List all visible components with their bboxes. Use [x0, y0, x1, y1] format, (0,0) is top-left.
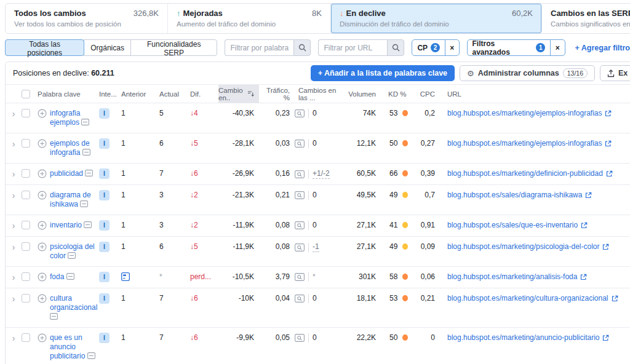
add-to-list-icon[interactable] [38, 191, 47, 200]
serp-preview-icon[interactable] [295, 170, 305, 178]
serp-changes-value[interactable]: 0 [313, 294, 317, 303]
keyword-link[interactable]: cultura organizacional [50, 294, 97, 312]
row-checkbox[interactable] [22, 294, 30, 303]
expand-chevron-icon[interactable]: › [12, 221, 15, 230]
segment-organicas[interactable]: Orgánicas [84, 39, 131, 56]
result-url-link[interactable]: blog.hubspot.es/marketing/analisis-foda [447, 272, 587, 282]
serp-snapshot-icon[interactable] [50, 313, 58, 320]
tab-en-declive[interactable]: En declive 60,2K Disminución del tráfico… [331, 4, 542, 33]
result-url-link[interactable]: blog.hubspot.es/marketing/ejemplos-infog… [447, 139, 612, 148]
keyword-link[interactable]: publicidad [50, 169, 83, 178]
serp-preview-icon[interactable] [295, 273, 305, 281]
filter-chip-close-icon[interactable]: × [445, 40, 458, 55]
segment-todas-las-posiciones[interactable]: Todas las posiciones [5, 39, 84, 56]
serp-snapshot-icon[interactable] [82, 149, 90, 156]
keyword-search-button[interactable] [293, 39, 311, 56]
header-cambio-sort[interactable]: Cambio en.. [218, 85, 259, 103]
intent-badge[interactable]: I [99, 168, 110, 179]
intent-badge[interactable]: I [99, 333, 110, 343]
expand-chevron-icon[interactable]: › [12, 295, 15, 303]
url-filter-input[interactable] [318, 39, 387, 56]
expand-chevron-icon[interactable]: › [12, 191, 15, 200]
serp-changes-value[interactable]: * [313, 272, 316, 282]
expand-chevron-icon[interactable]: › [12, 243, 15, 251]
keyword-filter-input[interactable] [225, 39, 293, 56]
serp-snapshot-icon[interactable] [87, 352, 95, 359]
filter-chip-avanzados-label[interactable]: Filtros avanzados 1 [468, 39, 551, 56]
serp-changes-value[interactable]: +1/-2 [313, 169, 330, 179]
intent-badge[interactable]: I [99, 108, 110, 119]
serp-snapshot-icon[interactable] [85, 170, 93, 176]
add-to-list-icon[interactable] [38, 169, 47, 178]
result-url-link[interactable]: blog.hubspot.es/marketing/psicologia-del… [447, 242, 609, 251]
serp-changes-value[interactable]: 0 [313, 139, 317, 148]
add-filter-link[interactable]: + Agregar filtro [575, 44, 630, 52]
keyword-link[interactable]: que es un anuncio publicitario [50, 333, 85, 360]
serp-preview-icon[interactable] [295, 243, 305, 251]
add-to-list-icon[interactable] [38, 109, 47, 118]
result-url-link[interactable]: blog.hubspot.es/marketing/ejemplos-infog… [447, 109, 612, 118]
filter-chip-close-icon[interactable]: × [550, 40, 564, 55]
add-to-list-icon[interactable] [38, 221, 47, 230]
export-button[interactable]: Ex [600, 65, 630, 81]
tab-cambios-en-las-serp[interactable]: Cambios en las SERP Cambios significativ… [542, 4, 630, 33]
search-icon [298, 44, 306, 52]
add-to-list-icon[interactable] [38, 294, 47, 303]
intent-badge[interactable]: I [99, 272, 110, 282]
result-url-link[interactable]: blog.hubspot.es/sales/diagrama-ishikawa [447, 191, 592, 200]
expand-chevron-icon[interactable]: › [12, 109, 15, 118]
serp-snapshot-icon[interactable] [68, 252, 76, 259]
intent-badge[interactable]: I [99, 220, 110, 231]
serp-preview-icon[interactable] [295, 295, 305, 303]
serp-changes-value[interactable]: 0 [313, 221, 317, 230]
serp-changes-value[interactable]: -1 [313, 242, 319, 252]
expand-chevron-icon[interactable]: › [12, 334, 15, 342]
keyword-link[interactable]: foda [50, 272, 64, 281]
tab-mejoradas[interactable]: Mejoradas 8K Aumento del tráfico del dom… [168, 4, 331, 33]
result-url-link[interactable]: blog.hubspot.es/marketing/anuncio-public… [447, 333, 609, 342]
select-all-checkbox[interactable] [22, 90, 30, 98]
serp-snapshot-icon[interactable] [84, 221, 92, 228]
result-url-link[interactable]: blog.hubspot.es/sales/que-es-inventario [447, 221, 588, 230]
serp-snapshot-icon[interactable] [81, 119, 89, 125]
row-checkbox[interactable] [22, 139, 30, 148]
expand-chevron-icon[interactable]: › [12, 273, 15, 282]
url-search-button[interactable] [387, 39, 404, 56]
intent-badge[interactable]: I [99, 138, 110, 149]
add-to-list-icon[interactable] [38, 242, 47, 251]
keyword-link[interactable]: infografia ejemplos [50, 109, 80, 127]
result-url-link[interactable]: blog.hubspot.es/marketing/cultura-organi… [447, 294, 618, 303]
segment-funcionalidades-serp[interactable]: Funcionalidades SERP [130, 39, 218, 56]
tab-todos-los-cambios[interactable]: Todos los cambios 326,8K Ver todos los c… [6, 4, 168, 33]
serp-preview-icon[interactable] [295, 109, 305, 117]
serp-preview-icon[interactable] [295, 221, 305, 229]
row-checkbox[interactable] [22, 169, 30, 178]
row-checkbox[interactable] [22, 221, 30, 229]
add-to-keyword-list-button[interactable]: + Añadir a la lista de palabras clave [311, 65, 455, 81]
serp-snapshot-icon[interactable] [66, 273, 74, 280]
add-to-list-icon[interactable] [38, 333, 47, 342]
serp-preview-icon[interactable] [295, 334, 305, 342]
row-checkbox[interactable] [22, 109, 30, 117]
intent-badge[interactable]: I [99, 190, 110, 200]
add-to-list-icon[interactable] [38, 272, 47, 282]
result-url-link[interactable]: blog.hubspot.es/marketing/definicion-pub… [447, 169, 613, 178]
serp-preview-icon[interactable] [295, 140, 305, 148]
row-checkbox[interactable] [22, 272, 30, 281]
expand-chevron-icon[interactable]: › [12, 140, 15, 148]
serp-preview-icon[interactable] [295, 191, 305, 199]
row-checkbox[interactable] [22, 191, 30, 199]
row-checkbox[interactable] [22, 333, 30, 342]
serp-snapshot-icon[interactable] [80, 200, 88, 207]
serp-changes-value[interactable]: 0 [313, 191, 317, 200]
manage-columns-button[interactable]: ⚙ Administrar columnas 13/16 [460, 65, 595, 81]
keyword-link[interactable]: inventario [50, 221, 82, 229]
serp-changes-value[interactable]: 0 [313, 333, 317, 342]
add-to-list-icon[interactable] [38, 139, 47, 148]
expand-chevron-icon[interactable]: › [12, 170, 15, 178]
row-checkbox[interactable] [22, 242, 30, 251]
filter-chip-cp-label[interactable]: CP 2 [412, 43, 445, 52]
serp-changes-value[interactable]: 0 [313, 109, 317, 118]
intent-badge[interactable]: I [99, 242, 110, 252]
intent-badge[interactable]: I [99, 293, 110, 304]
